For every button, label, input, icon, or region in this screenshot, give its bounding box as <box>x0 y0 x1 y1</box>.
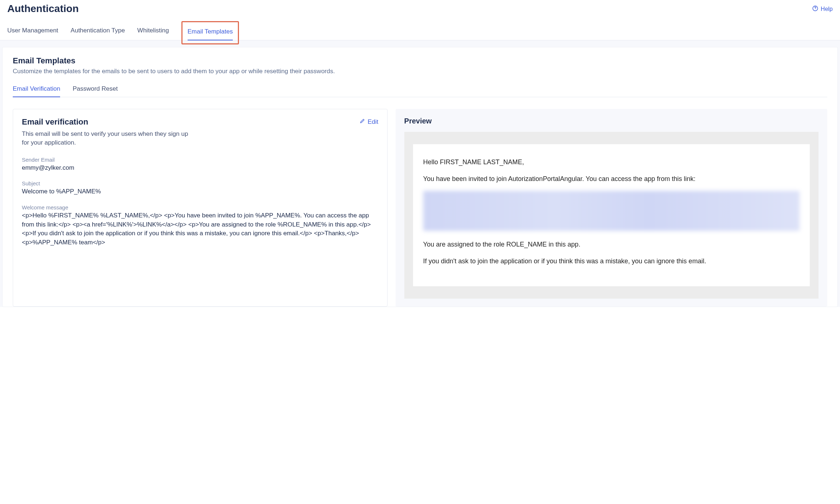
tab-whitelisting[interactable]: Whitelisting <box>137 24 169 40</box>
preview-frame: Hello FIRST_NAME LAST_NAME, You have bee… <box>404 132 819 299</box>
page-title: Authentication <box>7 3 79 15</box>
subtab-email-verification[interactable]: Email Verification <box>13 83 60 97</box>
sub-tabs: Email Verification Password Reset <box>13 83 827 97</box>
preview-link-redacted <box>423 191 800 231</box>
main-tabs: User Management Authentication Type Whit… <box>0 24 840 40</box>
card-desc: This email will be sent to verify your u… <box>22 130 197 147</box>
subtab-password-reset[interactable]: Password Reset <box>72 83 118 97</box>
sender-email-label: Sender Email <box>22 157 378 163</box>
tab-authentication-type[interactable]: Authentication Type <box>71 24 125 40</box>
email-verification-card: Email verification This email will be se… <box>13 109 388 307</box>
help-link[interactable]: Help <box>812 3 833 13</box>
section-title: Email Templates <box>13 56 827 66</box>
email-templates-panel: Email Templates Customize the templates … <box>2 47 838 307</box>
preview-role-line: You are assigned to the role ROLE_NAME i… <box>423 240 800 250</box>
tab-user-management[interactable]: User Management <box>7 24 58 40</box>
sender-email-value: emmy@zylker.com <box>22 164 378 173</box>
preview-greeting: Hello FIRST_NAME LAST_NAME, <box>423 157 800 168</box>
preview-title: Preview <box>404 117 819 125</box>
preview-pane: Preview Hello FIRST_NAME LAST_NAME, You … <box>396 109 827 307</box>
preview-ignore-line: If you didn't ask to join the applicatio… <box>423 256 800 267</box>
welcome-message-label: Welcome message <box>22 204 378 210</box>
edit-label: Edit <box>368 118 378 126</box>
section-desc: Customize the templates for the emails t… <box>13 68 827 75</box>
preview-invite: You have been invited to join Autorizati… <box>423 174 800 184</box>
tab-email-templates[interactable]: Email Templates <box>188 25 233 38</box>
help-icon <box>812 5 819 13</box>
subject-label: Subject <box>22 180 378 186</box>
pencil-icon <box>360 118 365 126</box>
preview-body: Hello FIRST_NAME LAST_NAME, You have bee… <box>413 144 810 286</box>
help-label: Help <box>821 6 833 12</box>
welcome-message-value: <p>Hello %FIRST_NAME% %LAST_NAME%,</p> <… <box>22 211 378 247</box>
tab-email-templates-highlight: Email Templates <box>181 21 239 44</box>
card-title: Email verification <box>22 117 197 127</box>
svg-point-1 <box>815 9 815 10</box>
edit-button[interactable]: Edit <box>360 117 378 126</box>
subject-value: Welcome to %APP_NAME% <box>22 187 378 196</box>
